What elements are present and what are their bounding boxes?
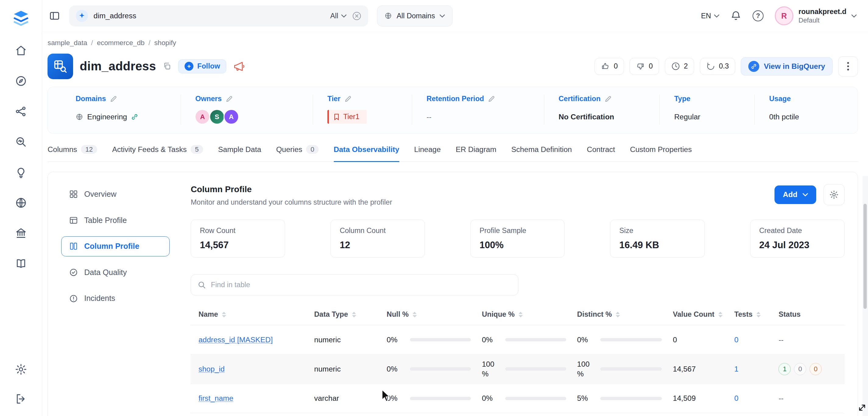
nav-lineage-icon[interactable] xyxy=(14,105,27,118)
upvote-count: 0 xyxy=(614,62,618,70)
user-team: Default xyxy=(799,17,846,24)
profiler-settings-button[interactable] xyxy=(824,184,844,205)
sort-icon xyxy=(518,311,523,318)
view-in-bigquery-button[interactable]: View in BigQuery xyxy=(741,57,832,75)
nav-observability-icon[interactable] xyxy=(14,135,27,148)
tab-activity-feeds[interactable]: Activity Feeds & Tasks5 xyxy=(112,145,203,162)
page-title: dim_address xyxy=(80,59,156,73)
search-scope-dropdown[interactable]: All xyxy=(330,12,347,20)
help-icon[interactable]: ? xyxy=(752,10,764,21)
tab-lineage[interactable]: Lineage xyxy=(414,145,441,162)
sidebar-toggle-icon[interactable] xyxy=(49,10,60,22)
tab-columns[interactable]: Columns12 xyxy=(48,145,97,162)
tab-count-badge: 12 xyxy=(81,145,97,154)
col-header-unique[interactable]: Unique % xyxy=(482,310,577,319)
usage-label: Usage xyxy=(769,95,791,103)
owner-avatar[interactable]: S xyxy=(209,109,225,125)
gear-icon xyxy=(829,190,839,200)
tests-link[interactable]: 0 xyxy=(734,335,739,344)
global-search[interactable]: All xyxy=(69,5,368,27)
more-options-button[interactable] xyxy=(838,56,858,76)
views-button[interactable]: 2 xyxy=(665,58,694,75)
edit-certification-icon[interactable] xyxy=(604,95,612,103)
sort-icon xyxy=(718,311,723,318)
status-aborted-badge[interactable]: 0 xyxy=(794,363,806,375)
add-button[interactable]: Add xyxy=(775,186,816,204)
follow-button[interactable]: + Follow xyxy=(178,59,226,73)
notifications-bell-icon[interactable] xyxy=(730,10,741,21)
edit-tier-icon[interactable] xyxy=(344,95,352,103)
column-profile-table: Name Data Type Null % Unique % Distinct … xyxy=(191,304,844,413)
edit-domains-icon[interactable] xyxy=(110,95,117,103)
col-header-tests[interactable]: Tests xyxy=(734,310,778,319)
col-header-status: Status xyxy=(778,310,844,319)
upvote-button[interactable]: 0 xyxy=(594,58,624,75)
tab-queries[interactable]: Queries0 xyxy=(276,145,319,162)
table-search[interactable] xyxy=(191,275,518,295)
global-search-input[interactable] xyxy=(93,11,325,20)
owner-avatar[interactable]: A xyxy=(223,109,239,125)
views-count: 2 xyxy=(684,62,688,70)
search-clear-icon[interactable] xyxy=(352,11,362,21)
col-header-value-count[interactable]: Value Count xyxy=(673,310,734,319)
breadcrumb-database[interactable]: ecommerce_db xyxy=(97,39,145,47)
nav-govern-icon[interactable] xyxy=(14,227,27,240)
tab-contract[interactable]: Contract xyxy=(587,145,615,162)
tier-flag-icon xyxy=(334,114,339,120)
table-body: address_id [MASKED] numeric 0% 0% 0% 0 0… xyxy=(191,325,844,413)
tab-custom-properties[interactable]: Custom Properties xyxy=(630,145,692,162)
col-header-distinct[interactable]: Distinct % xyxy=(577,310,673,319)
announcement-icon[interactable] xyxy=(233,61,245,72)
tab-sample-data[interactable]: Sample Data xyxy=(218,145,261,162)
domains-value[interactable]: Engineering xyxy=(87,113,127,121)
tab-schema-definition[interactable]: Schema Definition xyxy=(512,145,572,162)
user-menu[interactable]: R rounakpreet.d Default xyxy=(775,6,857,25)
status-cell: 1 0 0 xyxy=(778,363,844,375)
tab-data-observability[interactable]: Data Observability xyxy=(334,145,399,162)
scrollbar-thumb[interactable] xyxy=(863,204,867,309)
profiler-nav-data-quality[interactable]: Data Quality xyxy=(61,262,169,283)
column-link[interactable]: address_id [MASKED] xyxy=(198,335,273,344)
col-header-data-type[interactable]: Data Type xyxy=(314,310,387,319)
app-logo[interactable] xyxy=(10,8,31,29)
language-selector[interactable]: EN xyxy=(701,12,719,20)
edit-retention-icon[interactable] xyxy=(488,95,495,103)
nav-explore-icon[interactable] xyxy=(14,75,27,87)
tier-badge[interactable]: Tier1 xyxy=(328,110,367,124)
domains-label: Domains xyxy=(75,95,106,103)
tests-link[interactable]: 1 xyxy=(734,365,739,373)
domains-filter-dropdown[interactable]: All Domains xyxy=(377,5,453,27)
status-passed-badge[interactable]: 1 xyxy=(778,363,790,375)
profiler-nav-column-profile[interactable]: Column Profile xyxy=(61,236,169,256)
breadcrumb-service[interactable]: sample_data xyxy=(48,39,87,47)
user-avatar[interactable]: R xyxy=(775,6,794,25)
status-failed-badge[interactable]: 0 xyxy=(809,363,822,375)
settings-gear-icon[interactable] xyxy=(14,363,27,376)
nav-glossary-icon[interactable] xyxy=(14,257,27,270)
owner-avatar[interactable]: A xyxy=(195,109,210,125)
nav-domains-icon[interactable] xyxy=(14,196,27,209)
col-header-name[interactable]: Name xyxy=(198,310,314,319)
score-button[interactable]: 0.3 xyxy=(700,58,736,75)
tests-link[interactable]: 0 xyxy=(734,394,739,402)
breadcrumb-schema[interactable]: shopify xyxy=(154,39,176,47)
profiler-nav-overview[interactable]: Overview xyxy=(61,184,169,204)
nav-insights-icon[interactable] xyxy=(14,166,27,179)
meta-tier: Tier Tier1 xyxy=(313,95,412,125)
profiler-nav-table-profile[interactable]: Table Profile xyxy=(61,210,169,230)
logout-icon[interactable] xyxy=(14,392,27,405)
downvote-button[interactable]: 0 xyxy=(629,58,659,75)
edit-owners-icon[interactable] xyxy=(226,95,233,103)
column-link[interactable]: shop_id xyxy=(198,365,225,373)
col-header-null[interactable]: Null % xyxy=(387,310,482,319)
distinct-pct-cell: 5% xyxy=(577,393,673,403)
profiler-nav-incidents[interactable]: Incidents xyxy=(61,288,169,309)
tab-er-diagram[interactable]: ER Diagram xyxy=(456,145,496,162)
find-in-table-input[interactable] xyxy=(211,281,512,289)
nav-home-icon[interactable] xyxy=(14,44,27,57)
left-sidebar xyxy=(0,0,42,416)
unique-pct-cell: 100 % xyxy=(482,359,577,379)
copy-name-icon[interactable] xyxy=(163,62,172,71)
column-link[interactable]: first_name xyxy=(198,394,233,402)
value-count-cell: 14,509 xyxy=(673,394,734,403)
